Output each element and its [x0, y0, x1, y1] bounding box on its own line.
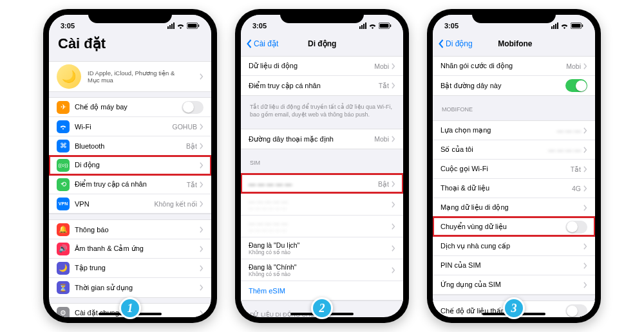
airplane-row[interactable]: ✈ Chế độ máy bay: [49, 98, 211, 117]
voice-data-label: Thoại & dữ liệu: [440, 184, 572, 192]
enable-line-row[interactable]: Bật đường dây này: [433, 76, 595, 95]
chevron-right-icon: [200, 181, 204, 188]
cellular-data-value: Mobi: [374, 62, 389, 70]
nav-bar: Cài đặt Di động: [241, 34, 403, 53]
primary-sub: Không có số nào: [249, 271, 392, 277]
focus-row[interactable]: 🌙 Tập trung: [49, 259, 211, 278]
chevron-right-icon: [583, 243, 587, 250]
sim3-row[interactable]: — — — — — — — — — — —: [241, 216, 403, 237]
sim1-value: Bật: [378, 180, 389, 188]
cellular-data-footer: Tắt dữ liệu di động để truyền tất cả dữ …: [241, 101, 403, 124]
data-group: Dữ liệu di động Mobi Điểm truy cập cá nh…: [241, 56, 403, 96]
profile-line1: ID Apple, iCloud, Phương tiện &: [88, 69, 200, 77]
notifications-row[interactable]: 🔔 Thông báo: [49, 220, 211, 239]
wifi-row[interactable]: Wi-Fi GOHUB: [49, 117, 211, 136]
roaming-label: Chuyển vùng dữ liệu: [440, 223, 565, 231]
plan-label-row[interactable]: Nhãn gói cước di động Mobi: [433, 57, 595, 76]
data-network-row[interactable]: Mạng dữ liệu di động: [433, 198, 595, 217]
profile-avatar: 🌙: [57, 64, 81, 89]
enable-line-label: Bật đường dây này: [440, 82, 565, 90]
chevron-right-icon: [392, 223, 395, 230]
battery-icon: [571, 23, 583, 29]
chevron-right-icon: [200, 124, 204, 130]
wifi-value: GOHUB: [172, 123, 197, 131]
travel-row[interactable]: Đang là "Du lịch" Không có số nào: [241, 237, 403, 259]
chevron-right-icon: [200, 246, 204, 252]
status-indicators: [167, 23, 200, 29]
chevron-right-icon: [200, 265, 204, 272]
carrier-services-label: Dịch vụ nhà cung cấp: [440, 242, 583, 250]
screentime-row[interactable]: ⏳ Thời gian sử dụng: [49, 278, 211, 297]
add-esim-label: Thêm eSIM: [249, 287, 285, 295]
cellular-label: Di động: [75, 161, 200, 169]
bluetooth-row[interactable]: ⌘ Bluetooth Bật: [49, 136, 211, 156]
wifi-calling-row[interactable]: Cuộc gọi Wi-Fi Tắt: [433, 160, 595, 179]
profile-line2: Mục mua: [88, 77, 200, 84]
default-voice-row[interactable]: Đường dây thoại mặc định Mobi: [241, 129, 403, 149]
chevron-right-icon: [200, 162, 204, 169]
vpn-label: VPN: [75, 200, 154, 208]
roaming-toggle[interactable]: [565, 221, 587, 234]
phone-step-3: 3:05 Di động Mobifone Nhãn gói cước di đ…: [427, 9, 601, 323]
sound-row[interactable]: 🔊 Âm thanh & Cảm ứng: [49, 239, 211, 259]
chevron-right-icon: [392, 245, 395, 252]
hotspot-label: Điểm truy cập cá nhân: [75, 180, 187, 189]
network-selection-row[interactable]: Lựa chọn mạng — — —: [433, 121, 595, 140]
notifications-label: Thông báo: [75, 226, 200, 234]
notch: [472, 9, 556, 23]
sim-group: — — — — — Bật — — — — — — — — — — — — — …: [241, 174, 403, 301]
sim2-label: — — — — —: [249, 198, 392, 205]
roaming-row[interactable]: Chuyển vùng dữ liệu: [433, 217, 595, 237]
hotspot-row[interactable]: ⟲ Điểm truy cập cá nhân Tắt: [49, 175, 211, 194]
chevron-right-icon: [392, 63, 395, 69]
cellular-icon: ((o)): [57, 159, 70, 172]
carrier-services-row[interactable]: Dịch vụ nhà cung cấp: [433, 237, 595, 256]
chevron-right-icon: [583, 127, 587, 134]
notch: [280, 9, 364, 23]
voice-data-row[interactable]: Thoại & dữ liệu 4G: [433, 179, 595, 198]
status-time: 3:05: [61, 22, 75, 30]
network-selection-label: Lựa chọn mạng: [440, 126, 557, 134]
plan-group: Nhãn gói cước di động Mobi Bật đường dây…: [433, 56, 595, 96]
airplane-toggle[interactable]: [182, 101, 204, 114]
wifi-icon: [368, 23, 377, 29]
sim3-label: — — — — —: [249, 220, 392, 227]
cellular-row[interactable]: ((o)) Di động: [49, 156, 211, 175]
cellular-data-label: Dữ liệu di động: [249, 62, 374, 70]
nav-title: Mobifone: [440, 39, 590, 48]
battery-icon: [187, 23, 200, 29]
page-title: Cài đặt: [49, 34, 211, 56]
connectivity-group: ✈ Chế độ máy bay Wi-Fi GOHUB ⌘ Bluetooth…: [49, 97, 211, 214]
sim1-row[interactable]: — — — — — Bật: [241, 174, 403, 194]
sim2-row[interactable]: — — — — — — — — — — —: [241, 194, 403, 216]
chevron-right-icon: [200, 73, 204, 80]
apple-id-row[interactable]: 🌙 ID Apple, iCloud, Phương tiện & Mục mu…: [49, 62, 211, 91]
phone-step-1: 3:05 Cài đặt 🌙 ID Apple, iCloud, Phương …: [43, 9, 217, 323]
sim-apps-row[interactable]: Ứng dụng của SIM: [433, 275, 595, 295]
airplane-label: Chế độ máy bay: [75, 103, 182, 111]
speaker-icon: 🔊: [57, 243, 70, 255]
low-data-toggle[interactable]: [565, 304, 587, 317]
sim-pin-row[interactable]: PIN của SIM: [433, 256, 595, 275]
status-indicators: [551, 23, 583, 29]
data-network-label: Mạng dữ liệu di động: [440, 203, 583, 212]
my-number-row[interactable]: Số của tôi — — — —: [433, 140, 595, 160]
nav-title: Di động: [246, 39, 398, 48]
notifications-group: 🔔 Thông báo 🔊 Âm thanh & Cảm ứng 🌙 Tập t…: [49, 219, 211, 298]
wifi-icon: [176, 23, 185, 29]
chevron-right-icon: [200, 226, 204, 233]
hotspot-row[interactable]: Điểm truy cập cá nhân Tắt: [241, 76, 403, 95]
chevron-right-icon: [583, 282, 587, 288]
cellular-data-row[interactable]: Dữ liệu di động Mobi: [241, 57, 403, 76]
travel-label: Đang là "Du lịch": [249, 241, 392, 249]
screen: 3:05 Cài đặt Di động Dữ liệu di động Mob…: [241, 15, 403, 317]
vpn-row[interactable]: VPN VPN Không kết nối: [49, 194, 211, 214]
enable-line-toggle[interactable]: [565, 79, 587, 92]
sim3-sub: — — — — — —: [249, 227, 392, 233]
primary-label: Đang là "Chính": [249, 263, 392, 271]
voice-data-value: 4G: [572, 185, 581, 192]
primary-row[interactable]: Đang là "Chính" Không có số nào: [241, 259, 403, 281]
hotspot-value: Tắt: [187, 181, 197, 189]
chevron-right-icon: [583, 147, 587, 153]
chevron-right-icon: [392, 136, 395, 142]
